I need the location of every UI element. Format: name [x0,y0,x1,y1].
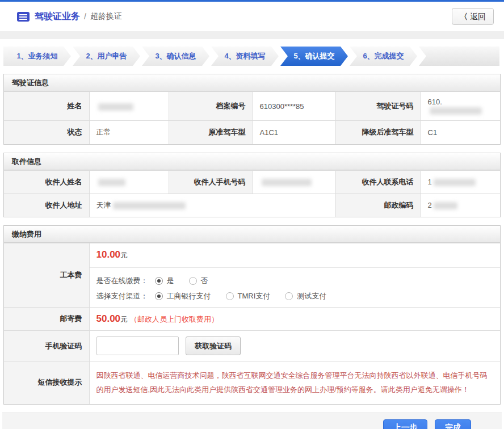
production-fee-unit: 元 [120,251,128,259]
breadcrumb-separator: / [84,12,86,21]
finish-button[interactable]: 完成 [435,419,471,429]
radio-channel-tmri[interactable] [226,292,234,300]
recipient-address-value: 天津 [89,194,335,217]
recipient-mobile-value [253,170,335,194]
pickup-info-table: 收件人姓名 收件人手机号码 收件人联系电话 1 收件人地址 天津 邮政编码 2 [4,170,500,217]
orig-class-label: 原准驾车型 [169,121,253,144]
step-3-confirm-info[interactable]: 3、确认信息 [142,47,209,66]
redacted-recipient-name [98,179,125,186]
mail-fee-amount: 50.00 [96,313,121,324]
sms-code-input[interactable] [96,337,179,355]
sms-code-label: 手机验证码 [4,331,89,361]
redacted-postcode [434,202,457,209]
name-value [89,92,169,121]
online-pay-row: 是否在线缴费： 是 否 [96,276,494,286]
license-business-icon [17,12,30,22]
mail-fee-unit: 元 [120,315,128,323]
recipient-name-label: 收件人姓名 [4,170,89,194]
header-divider-band [0,31,504,39]
redacted-recipient-phone [434,179,476,186]
radio-online-yes-label[interactable]: 是 [167,276,174,286]
radio-channel-icbc[interactable] [155,292,163,300]
table-row: 邮寄费 50.00元（邮政人员上门收取费用） [4,308,500,331]
license-info-title: 驾驶证信息 [4,74,500,91]
license-info-table: 姓名 档案编号 610300****85 驾驶证号码 610. 状态 正常 原准… [4,91,500,144]
radio-online-no-label[interactable]: 否 [201,276,208,286]
orig-class-value: A1C1 [253,121,335,144]
mail-fee-cell: 50.00元（邮政人员上门收取费用） [89,308,500,331]
back-button-label: 返回 [470,12,486,21]
fees-title: 缴纳费用 [4,226,500,243]
name-label: 姓名 [4,92,89,121]
sms-notice-cell: 因陕西省联通、电信运营商技术问题，陕西省互联网交通安全综合服务管理平台无法向持陕… [89,361,500,404]
sms-notice-text: 因陕西省联通、电信运营商技术问题，陕西省互联网交通安全综合服务管理平台无法向持陕… [96,367,494,398]
mail-fee-note: （邮政人员上门收取费用） [130,315,219,323]
previous-step-button[interactable]: 上一步 [383,419,427,429]
back-button[interactable]: 〈返回 [452,8,494,25]
table-row: 收件人地址 天津 邮政编码 2 [4,194,500,217]
step-bar-filler [419,47,499,66]
table-row: 收件人姓名 收件人手机号码 收件人联系电话 1 [4,170,500,194]
pickup-info-title: 取件信息 [4,153,500,170]
fees-table: 工本费 10.00元 是否在线缴费： 是 否 选择支付渠道： 工商银行支付 [4,243,500,404]
license-info-section: 驾驶证信息 姓名 档案编号 610300****85 驾驶证号码 610. 状态… [3,74,501,145]
pickup-info-section: 取件信息 收件人姓名 收件人手机号码 收件人联系电话 1 收件人地址 天津 邮政… [3,153,501,218]
step-4-fill-data[interactable]: 4、资料填写 [211,47,279,66]
step-1-business-notice[interactable]: 1、业务须知 [3,47,71,66]
license-no-label: 驾驶证号码 [335,92,421,121]
recipient-phone-label: 收件人联系电话 [335,170,421,194]
radio-online-yes[interactable] [155,277,163,285]
table-row: 工本费 10.00元 是否在线缴费： 是 否 选择支付渠道： 工商银行支付 [4,243,500,308]
step-6-complete-submit[interactable]: 6、完成提交 [350,47,417,66]
file-no-label: 档案编号 [169,92,253,121]
recipient-mobile-label: 收件人手机号码 [169,170,253,194]
downgraded-class-value: C1 [421,121,500,144]
pay-channel-question: 选择支付渠道： [96,291,148,301]
sms-code-cell: 获取验证码 [89,331,500,361]
step-5-confirm-submit[interactable]: 5、确认提交 [280,47,348,66]
sms-notice-label: 短信接收提示 [4,361,89,404]
chevron-left-icon: 〈 [460,12,468,21]
radio-channel-icbc-label[interactable]: 工商银行支付 [167,291,211,301]
recipient-address-label: 收件人地址 [4,194,89,217]
production-fee-amount-line: 10.00元 [96,249,494,260]
file-no-value: 610300****85 [253,92,335,121]
redacted-recipient-mobile [262,179,312,186]
production-fee-cell: 10.00元 是否在线缴费： 是 否 选择支付渠道： 工商银行支付 TMRI支付 [89,243,500,308]
production-fee-label: 工本费 [4,243,89,308]
get-sms-code-button[interactable]: 获取验证码 [186,337,241,355]
table-row: 姓名 档案编号 610300****85 驾驶证号码 610. [4,92,500,121]
redacted-recipient-address [113,202,186,209]
page-header: 驾驶证业务 / 超龄换证 〈返回 [0,2,504,31]
postcode-label: 邮政编码 [335,194,421,217]
footer-action-bar: 上一步 完成 [2,413,502,429]
radio-channel-tmri-label[interactable]: TMRI支付 [238,291,271,301]
fee-cell-divider [90,267,501,268]
radio-online-no[interactable] [189,277,197,285]
step-wizard: 1、业务须知 2、用户申告 3、确认信息 4、资料填写 5、确认提交 6、完成提… [0,47,504,66]
downgraded-class-label: 降级后准驾车型 [335,121,421,144]
recipient-name-value [89,170,169,194]
table-row: 手机验证码 获取验证码 [4,331,500,361]
production-fee-amount: 10.00 [96,249,121,260]
status-value: 正常 [89,121,169,144]
recipient-phone-value: 1 [421,170,500,194]
postcode-value: 2 [421,194,500,217]
redacted-name [98,103,133,111]
redacted-license-no [430,107,482,115]
mail-fee-label: 邮寄费 [4,308,89,331]
radio-channel-test[interactable] [285,292,293,300]
page-title: 驾驶证业务 [35,11,80,23]
fees-section: 缴纳费用 工本费 10.00元 是否在线缴费： 是 否 选择支付渠道： [3,225,501,405]
pay-channel-row: 选择支付渠道： 工商银行支付 TMRI支付 测试支付 [96,291,494,301]
radio-channel-test-label[interactable]: 测试支付 [297,291,326,301]
status-label: 状态 [4,121,89,144]
license-no-value: 610. [421,92,500,121]
step-2-user-declaration[interactable]: 2、用户申告 [73,47,140,66]
breadcrumb-current: 超龄换证 [90,11,122,22]
table-row: 状态 正常 原准驾车型 A1C1 降级后准驾车型 C1 [4,121,500,144]
online-pay-question: 是否在线缴费： [96,276,148,286]
table-row: 短信接收提示 因陕西省联通、电信运营商技术问题，陕西省互联网交通安全综合服务管理… [4,361,500,404]
